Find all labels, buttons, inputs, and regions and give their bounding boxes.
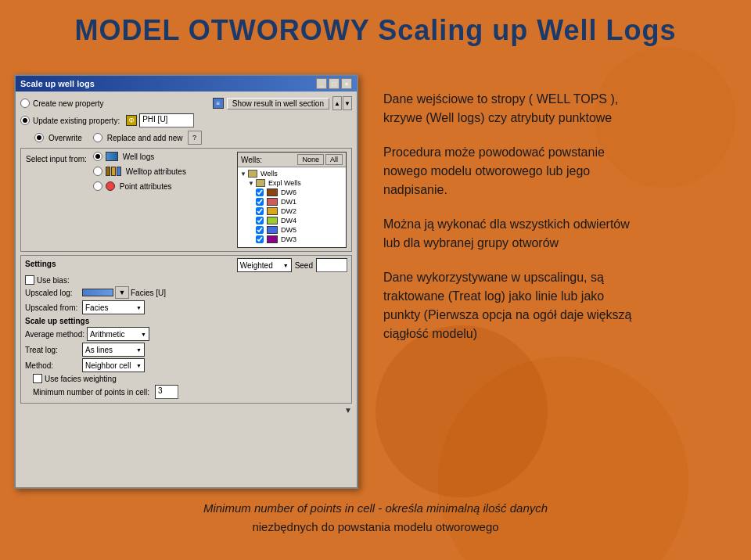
phi-icon: Φ <box>126 115 137 126</box>
settings-title: Settings <box>25 260 56 268</box>
treat-log-dropdown[interactable]: As lines ▼ <box>82 343 145 357</box>
tree-dw1[interactable]: DW1 <box>240 198 343 206</box>
upscaled-from-label: Upscaled from: <box>25 303 80 312</box>
dw6-label: DW6 <box>281 188 296 196</box>
show-result-icon: ≡ <box>213 98 224 109</box>
wells-label: Wells: <box>241 156 262 164</box>
help-button[interactable]: ? <box>188 131 202 145</box>
dw1-checkbox[interactable] <box>256 198 264 206</box>
select-input-section: Select input from: Well logs Welltop att… <box>20 148 352 252</box>
dialog-window: Scale up well logs _ □ × Create new prop… <box>14 74 358 489</box>
tree-dw3[interactable]: DW3 <box>240 235 343 243</box>
well-logs-radio[interactable] <box>93 152 102 161</box>
welltop-icon-3 <box>117 167 121 176</box>
weighted-dropdown[interactable]: Weighted ▼ <box>237 258 292 272</box>
update-property-row: Update existing property: Φ PHI [U] <box>20 113 352 127</box>
average-method-label: Average method: <box>25 330 84 339</box>
update-existing-radio[interactable] <box>20 116 30 125</box>
all-button[interactable]: All <box>325 154 343 165</box>
point-attr-radio[interactable] <box>93 181 102 191</box>
average-method-row: Average method: Arithmetic ▼ <box>25 327 347 341</box>
replace-add-radio[interactable] <box>93 133 102 142</box>
seed-input[interactable] <box>316 258 347 272</box>
show-result-label: Show result in well section <box>232 99 324 108</box>
phi-input[interactable]: PHI [U] <box>139 113 194 127</box>
tree-wells-label: Wells <box>261 170 278 178</box>
upscaled-log-menu[interactable]: ▼ <box>115 286 129 299</box>
tree-dw2[interactable]: DW2 <box>240 207 343 215</box>
maximize-button[interactable]: □ <box>329 78 340 89</box>
paragraph-2: Procedura może powodować powstanie noweg… <box>383 143 728 199</box>
create-property-row: Create new property ≡ Show result in wel… <box>20 96 352 110</box>
dw5-checkbox[interactable] <box>256 226 264 234</box>
dw4-checkbox[interactable] <box>256 217 264 224</box>
tree-wells-root: ▼ Wells <box>240 170 343 178</box>
use-bias-checkbox[interactable] <box>25 275 34 285</box>
text-content-area: Dane wejściowe to stropy ( WELL TOPS ), … <box>383 90 728 359</box>
settings-panel: Settings Weighted ▼ Seed Use bias: Upsca… <box>20 255 352 404</box>
overwrite-radio[interactable] <box>34 133 44 142</box>
wells-buttons: None All <box>297 154 343 165</box>
tree-dw5[interactable]: DW5 <box>240 226 343 234</box>
settings-header-row: Settings Weighted ▼ Seed <box>25 258 347 272</box>
well-logs-icon <box>106 152 118 161</box>
dw3-icon <box>267 235 278 243</box>
overwrite-row: Overwrite Replace and add new ? <box>34 131 352 145</box>
use-bias-label: Use bias: <box>37 276 70 285</box>
tree-arrow-wells: ▼ <box>240 171 246 178</box>
create-new-label: Create new property <box>33 99 104 108</box>
well-logs-label: Well logs <box>123 153 154 161</box>
point-attr-option: Point attributes <box>93 181 186 191</box>
expl-wells-icon <box>256 179 265 187</box>
tree-dw4[interactable]: DW4 <box>240 217 343 224</box>
expand-arrow[interactable]: ▼ <box>344 406 352 415</box>
min-points-label: Minimum number of points in cell: <box>33 388 149 397</box>
wells-header: Wells: None All <box>238 153 346 167</box>
average-method-arrow: ▼ <box>141 332 146 337</box>
method-dropdown[interactable]: Neighbor cell ▼ <box>82 358 145 372</box>
none-button[interactable]: None <box>297 154 324 165</box>
average-method-dropdown[interactable]: Arithmetic ▼ <box>87 327 149 341</box>
show-result-button[interactable]: Show result in well section <box>227 98 329 109</box>
wells-tree: ▼ Wells ▼ Expl Wells DW6 <box>238 167 346 247</box>
welltop-icon-2 <box>111 167 116 176</box>
arrow-up-btn[interactable]: ▲ <box>332 96 342 110</box>
welltop-label: Welltop attributes <box>126 167 186 176</box>
arrow-down-btn[interactable]: ▼ <box>343 96 352 110</box>
dw6-checkbox[interactable] <box>256 188 264 196</box>
dw3-checkbox[interactable] <box>256 235 264 243</box>
titlebar-buttons: _ □ × <box>316 78 352 89</box>
method-arrow: ▼ <box>136 363 142 368</box>
bottom-line-2: niezbędnych do powstania modelu otworowe… <box>0 518 751 537</box>
dialog-titlebar: Scale up well logs _ □ × <box>16 76 357 92</box>
welltop-option: Welltop attributes <box>93 167 186 176</box>
dw6-icon <box>267 188 278 196</box>
replace-add-label: Replace and add new <box>107 134 183 142</box>
wells-group-icon <box>248 170 257 178</box>
point-attr-label: Point attributes <box>120 182 172 191</box>
treat-log-arrow: ▼ <box>136 347 142 353</box>
dw2-checkbox[interactable] <box>256 207 264 215</box>
min-points-input[interactable]: 3 <box>155 385 178 399</box>
minimize-button[interactable]: _ <box>316 78 327 89</box>
facies-weighting-label: Use facies weighting <box>45 375 117 383</box>
welltop-icon-1 <box>106 167 110 176</box>
dw2-label: DW2 <box>281 207 296 215</box>
welltop-radio[interactable] <box>93 167 102 176</box>
create-new-radio[interactable] <box>20 99 30 108</box>
close-button[interactable]: × <box>341 78 352 89</box>
upscaled-from-arrow: ▼ <box>136 305 142 311</box>
dw4-icon <box>267 217 278 224</box>
page-title: MODEL OTWOROWY Scaling up Well Logs <box>23 14 728 47</box>
facies-u-label: Facies [U] <box>131 289 166 297</box>
facies-weighting-checkbox[interactable] <box>33 374 42 383</box>
weighted-arrow: ▼ <box>283 263 289 268</box>
paragraph-1: Dane wejściowe to stropy ( WELL TOPS ), … <box>383 90 728 127</box>
dialog-body: Create new property ≡ Show result in wel… <box>16 92 357 419</box>
tree-dw6[interactable]: DW6 <box>240 188 343 196</box>
bottom-text-area: Minimum number of points in cell - okreś… <box>0 499 751 537</box>
upscaled-from-dropdown[interactable]: Facies ▼ <box>82 300 145 314</box>
treat-log-row: Treat log: As lines ▼ <box>25 343 347 357</box>
wells-panel: Wells: None All ▼ Wells ▼ Exp <box>237 152 347 248</box>
tree-expl-wells: ▼ Expl Wells <box>240 179 343 187</box>
